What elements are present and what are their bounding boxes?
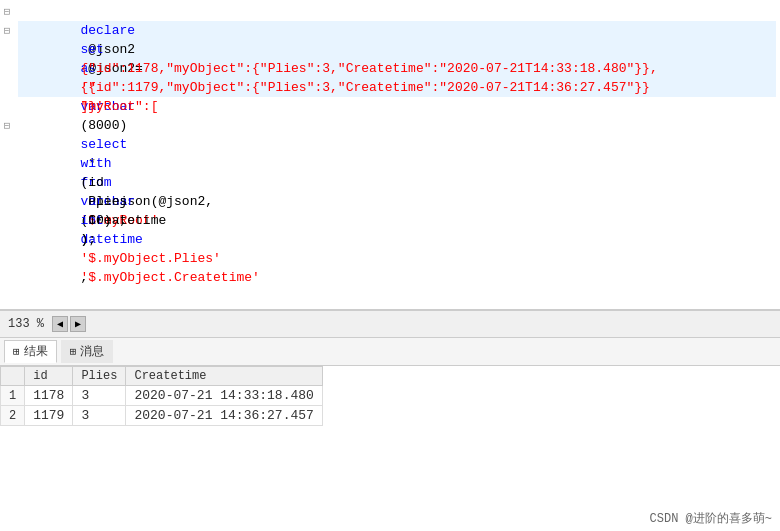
watermark-text: CSDN @进阶的喜多萌~ [650, 512, 772, 526]
indicator-9 [0, 154, 14, 173]
cell-plies-2: 3 [73, 406, 126, 426]
col-header-createtime: Createtime [126, 367, 322, 386]
row-num-2: 2 [1, 406, 25, 426]
messages-tab-icon: ⊞ [70, 345, 77, 358]
kw-select: select [80, 137, 127, 152]
code-end: ); [80, 232, 96, 247]
row-num-header [1, 367, 25, 386]
kw-set: set [80, 42, 103, 57]
table-header-row: id Plies Createtime [1, 367, 323, 386]
col-header-plies: Plies [73, 367, 126, 386]
indicator-7: ⊟ [0, 116, 14, 135]
code-json-2: {"id":1179,"myObject":{"Plies":3,"Create… [80, 80, 650, 95]
scroll-right-btn[interactable]: ▶ [70, 316, 86, 332]
code-createtime-col: Createtime [80, 213, 174, 228]
table-row: 1 1178 3 2020-07-21 14:33:18.480 [1, 386, 323, 406]
tab-results[interactable]: ⊞ 结果 [4, 340, 57, 363]
indicator-11 [0, 192, 14, 211]
tabs-bar: ⊞ 结果 ⊞ 消息 [0, 338, 780, 366]
code-content: declare @json2 as varchar (8000) set @js… [14, 0, 780, 309]
tab-messages[interactable]: ⊞ 消息 [61, 340, 114, 363]
cell-createtime-2: 2020-07-21 14:36:27.457 [126, 406, 322, 426]
scroll-buttons[interactable]: ◀ ▶ [52, 316, 86, 332]
indicator-12 [0, 211, 14, 230]
code-createtime-space [80, 251, 88, 266]
results-tab-icon: ⊞ [13, 345, 20, 358]
code-createtime-path: '$.myObject.Createtime' [80, 270, 259, 285]
code-line-10: Plies int '$.myObject.Plies' , [18, 173, 776, 192]
col-header-id: id [25, 367, 73, 386]
code-line-8: with ( [18, 135, 776, 154]
code-paren-1: (8000) [80, 118, 127, 133]
code-line-9: id varchar (10) , [18, 154, 776, 173]
code-json-1: {"id":1178,"myObject":{"Plies":3,"Create… [80, 61, 657, 76]
indicator-3 [0, 40, 14, 59]
indicator-4 [0, 59, 14, 78]
line-indicators: ⊟ ⊟ ⊟ [0, 0, 14, 309]
messages-tab-label: 消息 [80, 343, 104, 360]
status-bar: 133 % ◀ ▶ [0, 310, 780, 338]
indicator-2: ⊟ [0, 21, 14, 40]
code-line-7: select * from openjson(@json2, '$.myRoot… [18, 116, 776, 135]
results-tab-label: 结果 [24, 343, 48, 360]
code-line-1: declare @json2 as varchar (8000) [18, 2, 776, 21]
indicator-5 [0, 78, 14, 97]
cell-createtime-1: 2020-07-21 14:33:18.480 [126, 386, 322, 406]
cell-id-2: 1179 [25, 406, 73, 426]
results-wrapper: ⊞ 结果 ⊞ 消息 id Plies Createtime 1 1178 [0, 338, 780, 531]
kw-declare: declare [80, 23, 135, 38]
indicator-8 [0, 135, 14, 154]
scroll-left-btn[interactable]: ◀ [52, 316, 68, 332]
cell-plies-1: 3 [73, 386, 126, 406]
indicator-10 [0, 173, 14, 192]
zoom-level: 133 % [8, 317, 44, 331]
code-json-end: ]}' [80, 99, 103, 114]
code-plies-path: '$.myObject.Plies' [80, 251, 220, 266]
indicator-6 [0, 97, 14, 116]
table-row: 2 1179 3 2020-07-21 14:36:27.457 [1, 406, 323, 426]
kw-with: with [80, 156, 111, 171]
code-plies-col: Plies [80, 194, 142, 209]
cell-id-1: 1178 [25, 386, 73, 406]
indicator-1: ⊟ [0, 2, 14, 21]
results-table: id Plies Createtime 1 1178 3 2020-07-21 … [0, 366, 323, 426]
code-id-col: id [80, 175, 111, 190]
results-area: id Plies Createtime 1 1178 3 2020-07-21 … [0, 366, 780, 531]
code-editor[interactable]: ⊟ ⊟ ⊟ declare @json2 as varchar (8000) [0, 0, 780, 310]
watermark: CSDN @进阶的喜多萌~ [650, 510, 772, 527]
row-num-1: 1 [1, 386, 25, 406]
